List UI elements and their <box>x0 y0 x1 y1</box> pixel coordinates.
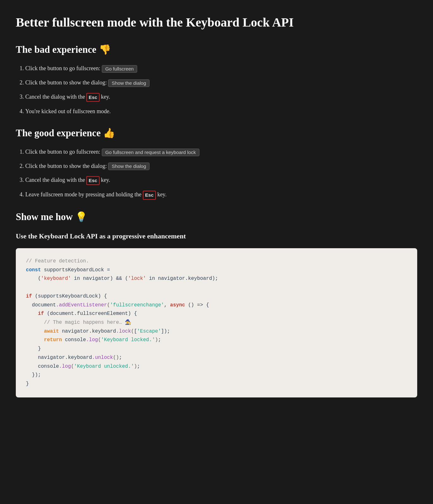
good-step-4-text-before: Leave fullscreen mode by pressing and ho… <box>25 191 141 198</box>
bad-experience-heading: The bad experience 👎 <box>16 42 417 58</box>
page-title: Better fullscreen mode with the Keyboard… <box>16 13 417 33</box>
bad-step-4-text: You're kicked out of fullscreen mode. <box>25 108 111 114</box>
code-line-1: // Feature detection. <box>26 257 407 266</box>
code-line-14: } <box>26 380 407 389</box>
code-line-9: return console.log('Keyboard locked.'); <box>26 336 407 345</box>
code-line-12: console.log('Keyboard unlocked.'); <box>26 362 407 371</box>
code-line-7: // The magic happens here… 🧙 <box>26 318 407 327</box>
bad-step-2: Click the button to show the dialog: Sho… <box>25 78 417 87</box>
code-line-2: const supportsKeyboardLock = <box>26 266 407 275</box>
code-line-8: await navigator.keyboard.lock(['Escape']… <box>26 327 407 336</box>
good-step-2: Click the button to show the dialog: Sho… <box>25 162 417 171</box>
bad-go-fullscreen-button[interactable]: Go fullscreen <box>102 65 137 73</box>
bad-esc-key: Esc <box>86 93 99 102</box>
show-me-subheading: Use the Keyboard Lock API as a progressi… <box>16 231 417 242</box>
bad-step-3-text-before: Cancel the dialog with the <box>25 94 85 100</box>
good-step-3-text-before: Cancel the dialog with the <box>25 177 85 183</box>
bad-show-dialog-button[interactable]: Show the dialog <box>108 79 149 87</box>
good-experience-heading: The good experience 👍 <box>16 126 417 141</box>
show-me-heading: Show me how 💡 <box>16 209 417 225</box>
good-step-1-text: Click the button to go fullscreen: <box>25 149 100 155</box>
bad-step-4: You're kicked out of fullscreen mode. <box>25 107 417 116</box>
good-experience-list: Click the button to go fullscreen: Go fu… <box>16 147 417 200</box>
good-step-3: Cancel the dialog with the Esc key. <box>25 175 417 185</box>
code-line-13: }); <box>26 371 407 380</box>
code-line-11: navigator.keyboard.unlock(); <box>26 353 407 362</box>
bad-step-3-text-after: key. <box>101 94 110 100</box>
good-step-4-text-after: key. <box>157 191 167 198</box>
good-esc-key-2: Esc <box>143 191 156 200</box>
code-line-blank-1 <box>26 283 407 292</box>
good-step-4: Leave fullscreen mode by pressing and ho… <box>25 190 417 200</box>
good-show-dialog-button[interactable]: Show the dialog <box>108 163 149 170</box>
good-esc-key-1: Esc <box>86 176 99 185</box>
bad-experience-list: Click the button to go fullscreen: Go fu… <box>16 64 417 116</box>
code-line-6: if (document.fullscreenElement) { <box>26 310 407 318</box>
code-line-4: if (supportsKeyboardLock) { <box>26 292 407 301</box>
good-go-fullscreen-button[interactable]: Go fullscreen and request a keyboard loc… <box>102 149 199 156</box>
bad-step-2-text: Click the button to show the dialog: <box>25 79 107 86</box>
bad-step-1-text: Click the button to go fullscreen: <box>25 65 100 71</box>
code-line-10: } <box>26 345 407 353</box>
bad-step-3: Cancel the dialog with the Esc key. <box>25 92 417 102</box>
good-step-2-text: Click the button to show the dialog: <box>25 163 107 169</box>
good-step-3-text-after: key. <box>101 177 110 183</box>
code-line-3: ('keyboard' in navigator) && ('lock' in … <box>26 274 407 283</box>
good-step-1: Click the button to go fullscreen: Go fu… <box>25 147 417 157</box>
code-line-5: document.addEventListener('fullscreencha… <box>26 301 407 310</box>
code-block: // Feature detection. const supportsKeyb… <box>16 248 417 397</box>
bad-step-1: Click the button to go fullscreen: Go fu… <box>25 64 417 73</box>
